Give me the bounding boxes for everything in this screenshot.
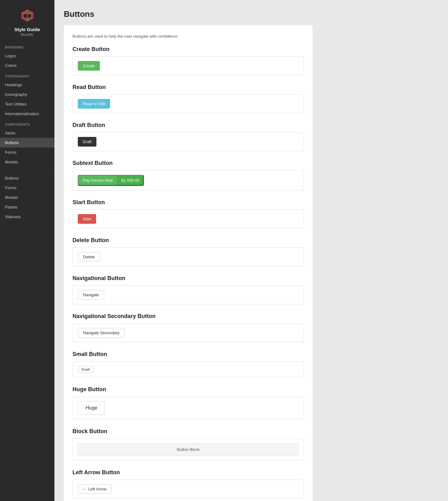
sidebar-item-logos[interactable]: Logos [0, 51, 54, 61]
huge-section-title: Huge Button [72, 386, 304, 393]
logo-area: Style Guide Bundlify [0, 0, 54, 41]
start-button[interactable]: Start [78, 214, 96, 224]
sidebar-item-colors[interactable]: Colors [0, 61, 54, 70]
app-logo-icon [19, 7, 35, 24]
sidebar-item-forms2[interactable]: Forms [0, 183, 54, 193]
left-arrow-section-title: Left Arrow Button [72, 469, 304, 476]
typography-section-label: TYPOGRAPHY [0, 70, 54, 80]
delete-button-section: Delete Button Delete [72, 237, 304, 266]
card-description: Buttons are used to help the user naviga… [72, 34, 304, 39]
sidebar-item-forms[interactable]: Forms [0, 147, 54, 157]
navigate-button[interactable]: Navigate [78, 290, 104, 300]
branding-section-label: BRANDING [0, 41, 54, 51]
navigate-secondary-button-section: Navigational Secondary Button Navigate S… [72, 313, 304, 342]
left-arrow-label: Left Arrow [88, 487, 107, 491]
create-button[interactable]: Create [78, 61, 100, 71]
sidebar-item-buttons[interactable]: Buttons [0, 138, 54, 147]
block-button[interactable]: Button Block [78, 443, 299, 456]
sidebar-item-internationalization[interactable]: Internationalization [0, 109, 54, 119]
subtext-section-title: Subtext Button [72, 160, 304, 166]
block-section-title: Block Button [72, 428, 304, 435]
create-button-section: Create Button Create [72, 46, 304, 75]
navigate-button-preview: Navigate [72, 285, 304, 304]
start-button-section: Start Button Start [72, 199, 304, 228]
sidebar-item-text-utilities[interactable]: Text Utilities [0, 99, 54, 109]
delete-button-preview: Delete [72, 247, 304, 266]
create-section-title: Create Button [72, 46, 304, 53]
page-title: Buttons [64, 9, 439, 19]
left-arrow-button[interactable]: ← Left Arrow [78, 484, 111, 494]
huge-button[interactable]: Huge [78, 401, 105, 415]
block-button-section: Block Button Button Block [72, 428, 304, 461]
draft-button-preview: Draft [72, 132, 304, 151]
left-arrow-button-section: Left Arrow Button ← Left Arrow [72, 469, 304, 499]
navigate-secondary-button[interactable]: Navigate Secondary [78, 328, 125, 338]
draft-section-title: Draft Button [72, 122, 304, 129]
sidebar-divider [0, 170, 54, 170]
small-button[interactable]: Small [78, 366, 93, 373]
left-arrow-icon: ← [82, 487, 86, 491]
navigate-button-section: Navigational Button Navigate [72, 275, 304, 304]
navigate-section-title: Navigational Button [72, 275, 304, 282]
sidebar-item-statuses[interactable]: Statuses [0, 212, 54, 222]
draft-button[interactable]: Draft [78, 137, 96, 147]
small-button-section: Small Button Small [72, 351, 304, 377]
start-section-title: Start Button [72, 199, 304, 206]
subtext-button[interactable]: Pay Invoice Now $1,000.00 [78, 175, 144, 186]
navigate-secondary-section-title: Navigational Secondary Button [72, 313, 304, 320]
draft-button-section: Draft Button Draft [72, 122, 304, 151]
sidebar-item-alerts[interactable]: Alerts [0, 128, 54, 138]
sidebar-item-panels[interactable]: Panels [0, 202, 54, 212]
subtext-button-preview: Pay Invoice Now $1,000.00 [72, 170, 304, 190]
read-button[interactable]: Read or Edit [78, 99, 110, 109]
sidebar-item-headings[interactable]: Headings [0, 80, 54, 90]
block-button-wrapper: Button Block [78, 443, 299, 456]
delete-button[interactable]: Delete [78, 252, 100, 262]
app-subtitle: Bundlify [21, 33, 33, 36]
navigate-secondary-button-preview: Navigate Secondary [72, 323, 304, 342]
delete-section-title: Delete Button [72, 237, 304, 244]
subtext-button-badge: $1,000.00 [117, 176, 143, 185]
app-title: Style Guide [14, 27, 40, 32]
small-button-preview: Small [72, 361, 304, 377]
huge-button-section: Huge Button Huge [72, 386, 304, 419]
small-section-title: Small Button [72, 351, 304, 358]
read-button-preview: Read or Edit [72, 94, 304, 113]
read-section-title: Read Button [72, 84, 304, 91]
block-button-preview: Button Block [72, 438, 304, 461]
components-section-label: COMPONENTS [0, 119, 54, 128]
subtext-button-section: Subtext Button Pay Invoice Now $1,000.00 [72, 160, 304, 190]
subtext-button-label: Pay Invoice Now [78, 176, 117, 185]
sidebar-item-buttons2[interactable]: Buttons [0, 173, 54, 183]
read-button-section: Read Button Read or Edit [72, 84, 304, 113]
create-button-preview: Create [72, 56, 304, 75]
content-card: Buttons are used to help the user naviga… [64, 25, 313, 501]
sidebar: Style Guide Bundlify BRANDING Logos Colo… [0, 0, 54, 501]
huge-button-preview: Huge [72, 396, 304, 419]
sidebar-item-iconography[interactable]: Iconography [0, 90, 54, 99]
sidebar-item-modals2[interactable]: Modals [0, 193, 54, 202]
start-button-preview: Start [72, 209, 304, 228]
main-content: Buttons Buttons are used to help the use… [54, 0, 448, 501]
left-arrow-button-preview: ← Left Arrow [72, 480, 304, 499]
sidebar-item-modals[interactable]: Modals [0, 157, 54, 167]
